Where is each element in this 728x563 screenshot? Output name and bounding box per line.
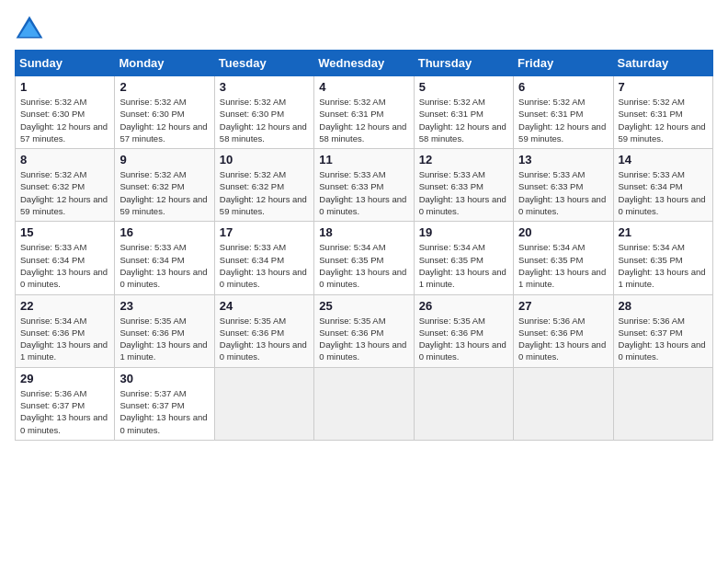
day-number: 16 — [119, 225, 209, 239]
day-number: 25 — [319, 299, 408, 313]
day-number: 5 — [419, 80, 508, 94]
day-cell: 20Sunrise: 5:34 AMSunset: 6:35 PMDayligh… — [514, 222, 613, 294]
day-number: 15 — [20, 225, 109, 239]
day-cell — [514, 367, 613, 440]
day-number: 21 — [619, 225, 708, 239]
day-cell: 3Sunrise: 5:32 AMSunset: 6:30 PMDaylight… — [214, 76, 313, 149]
day-cell: 9Sunrise: 5:32 AMSunset: 6:32 PMDaylight… — [115, 149, 214, 222]
day-cell: 13Sunrise: 5:33 AMSunset: 6:33 PMDayligh… — [514, 149, 613, 222]
day-cell: 11Sunrise: 5:33 AMSunset: 6:33 PMDayligh… — [314, 149, 414, 222]
weekday-friday: Friday — [514, 51, 613, 76]
day-number: 12 — [419, 153, 508, 167]
day-number: 26 — [419, 299, 508, 313]
day-info: Sunrise: 5:35 AMSunset: 6:36 PMDaylight:… — [119, 315, 209, 363]
day-cell: 6Sunrise: 5:32 AMSunset: 6:31 PMDaylight… — [514, 76, 613, 149]
day-number: 24 — [220, 299, 309, 313]
day-info: Sunrise: 5:36 AMSunset: 6:37 PMDaylight:… — [619, 315, 708, 363]
day-cell: 14Sunrise: 5:33 AMSunset: 6:34 PMDayligh… — [613, 149, 712, 222]
weekday-header-row: SundayMondayTuesdayWednesdayThursdayFrid… — [16, 51, 713, 76]
day-cell: 27Sunrise: 5:36 AMSunset: 6:36 PMDayligh… — [514, 294, 613, 367]
day-info: Sunrise: 5:32 AMSunset: 6:30 PMDaylight:… — [20, 96, 109, 144]
day-number: 3 — [220, 80, 309, 94]
day-number: 13 — [518, 153, 608, 167]
day-number: 8 — [20, 153, 109, 167]
day-number: 9 — [119, 153, 209, 167]
day-number: 23 — [119, 299, 209, 313]
day-info: Sunrise: 5:32 AMSunset: 6:30 PMDaylight:… — [220, 96, 309, 144]
day-number: 1 — [20, 80, 109, 94]
day-number: 11 — [319, 153, 408, 167]
day-cell: 21Sunrise: 5:34 AMSunset: 6:35 PMDayligh… — [613, 222, 712, 294]
day-number: 10 — [220, 153, 309, 167]
page-header — [15, 15, 713, 40]
day-info: Sunrise: 5:32 AMSunset: 6:31 PMDaylight:… — [619, 96, 708, 144]
weekday-tuesday: Tuesday — [214, 51, 313, 76]
week-row-5: 29Sunrise: 5:36 AMSunset: 6:37 PMDayligh… — [16, 367, 713, 440]
calendar-table: SundayMondayTuesdayWednesdayThursdayFrid… — [15, 50, 713, 441]
week-row-4: 22Sunrise: 5:34 AMSunset: 6:36 PMDayligh… — [16, 294, 713, 367]
weekday-monday: Monday — [115, 51, 214, 76]
day-info: Sunrise: 5:32 AMSunset: 6:32 PMDaylight:… — [220, 168, 309, 217]
day-info: Sunrise: 5:32 AMSunset: 6:31 PMDaylight:… — [419, 96, 508, 144]
day-info: Sunrise: 5:33 AMSunset: 6:34 PMDaylight:… — [220, 241, 309, 290]
weekday-wednesday: Wednesday — [314, 51, 414, 76]
day-info: Sunrise: 5:35 AMSunset: 6:36 PMDaylight:… — [419, 315, 508, 363]
day-cell: 24Sunrise: 5:35 AMSunset: 6:36 PMDayligh… — [214, 294, 313, 367]
day-cell: 4Sunrise: 5:32 AMSunset: 6:31 PMDaylight… — [314, 76, 414, 149]
day-number: 19 — [419, 225, 508, 239]
day-info: Sunrise: 5:37 AMSunset: 6:37 PMDaylight:… — [119, 387, 209, 436]
day-info: Sunrise: 5:34 AMSunset: 6:35 PMDaylight:… — [419, 241, 508, 290]
weekday-thursday: Thursday — [414, 51, 513, 76]
logo-icon — [15, 15, 44, 40]
day-cell: 8Sunrise: 5:32 AMSunset: 6:32 PMDaylight… — [16, 149, 115, 222]
day-number: 7 — [619, 80, 708, 94]
day-cell: 25Sunrise: 5:35 AMSunset: 6:36 PMDayligh… — [314, 294, 414, 367]
day-number: 14 — [619, 153, 708, 167]
day-cell: 10Sunrise: 5:32 AMSunset: 6:32 PMDayligh… — [214, 149, 313, 222]
day-info: Sunrise: 5:34 AMSunset: 6:35 PMDaylight:… — [319, 241, 408, 290]
day-info: Sunrise: 5:33 AMSunset: 6:34 PMDaylight:… — [619, 168, 708, 217]
day-cell: 26Sunrise: 5:35 AMSunset: 6:36 PMDayligh… — [414, 294, 513, 367]
day-number: 4 — [319, 80, 408, 94]
day-number: 28 — [619, 299, 708, 313]
day-cell: 18Sunrise: 5:34 AMSunset: 6:35 PMDayligh… — [314, 222, 414, 294]
day-number: 27 — [518, 299, 608, 313]
day-cell: 23Sunrise: 5:35 AMSunset: 6:36 PMDayligh… — [115, 294, 214, 367]
day-info: Sunrise: 5:33 AMSunset: 6:34 PMDaylight:… — [119, 241, 209, 290]
day-info: Sunrise: 5:33 AMSunset: 6:33 PMDaylight:… — [518, 168, 608, 217]
day-info: Sunrise: 5:36 AMSunset: 6:37 PMDaylight:… — [20, 387, 109, 436]
day-info: Sunrise: 5:32 AMSunset: 6:31 PMDaylight:… — [319, 96, 408, 144]
day-cell: 28Sunrise: 5:36 AMSunset: 6:37 PMDayligh… — [613, 294, 712, 367]
day-cell: 30Sunrise: 5:37 AMSunset: 6:37 PMDayligh… — [115, 367, 214, 440]
day-info: Sunrise: 5:32 AMSunset: 6:32 PMDaylight:… — [119, 168, 209, 217]
day-info: Sunrise: 5:34 AMSunset: 6:35 PMDaylight:… — [518, 241, 608, 290]
day-cell: 7Sunrise: 5:32 AMSunset: 6:31 PMDaylight… — [613, 76, 712, 149]
day-cell: 22Sunrise: 5:34 AMSunset: 6:36 PMDayligh… — [16, 294, 115, 367]
week-row-1: 1Sunrise: 5:32 AMSunset: 6:30 PMDaylight… — [16, 76, 713, 149]
day-cell — [414, 367, 513, 440]
weekday-saturday: Saturday — [613, 51, 712, 76]
day-number: 29 — [20, 372, 109, 385]
day-number: 20 — [518, 225, 608, 239]
day-info: Sunrise: 5:36 AMSunset: 6:36 PMDaylight:… — [518, 315, 608, 363]
day-cell — [314, 367, 414, 440]
day-info: Sunrise: 5:32 AMSunset: 6:32 PMDaylight:… — [20, 168, 109, 217]
day-cell: 12Sunrise: 5:33 AMSunset: 6:33 PMDayligh… — [414, 149, 513, 222]
day-info: Sunrise: 5:34 AMSunset: 6:36 PMDaylight:… — [20, 315, 109, 363]
day-cell: 1Sunrise: 5:32 AMSunset: 6:30 PMDaylight… — [16, 76, 115, 149]
day-number: 18 — [319, 225, 408, 239]
day-info: Sunrise: 5:34 AMSunset: 6:35 PMDaylight:… — [619, 241, 708, 290]
day-info: Sunrise: 5:32 AMSunset: 6:31 PMDaylight:… — [518, 96, 608, 144]
day-info: Sunrise: 5:35 AMSunset: 6:36 PMDaylight:… — [220, 315, 309, 363]
day-cell: 2Sunrise: 5:32 AMSunset: 6:30 PMDaylight… — [115, 76, 214, 149]
day-info: Sunrise: 5:33 AMSunset: 6:33 PMDaylight:… — [319, 168, 408, 217]
day-number: 6 — [518, 80, 608, 94]
day-number: 22 — [20, 299, 109, 313]
day-info: Sunrise: 5:35 AMSunset: 6:36 PMDaylight:… — [319, 315, 408, 363]
day-cell: 5Sunrise: 5:32 AMSunset: 6:31 PMDaylight… — [414, 76, 513, 149]
day-cell: 17Sunrise: 5:33 AMSunset: 6:34 PMDayligh… — [214, 222, 313, 294]
day-info: Sunrise: 5:33 AMSunset: 6:34 PMDaylight:… — [20, 241, 109, 290]
day-cell: 19Sunrise: 5:34 AMSunset: 6:35 PMDayligh… — [414, 222, 513, 294]
day-cell — [613, 367, 712, 440]
day-cell: 29Sunrise: 5:36 AMSunset: 6:37 PMDayligh… — [16, 367, 115, 440]
